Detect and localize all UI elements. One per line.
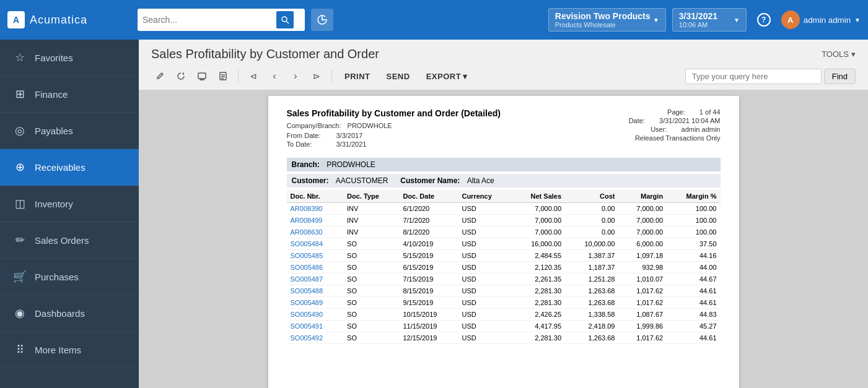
find-button[interactable]: Find (824, 69, 856, 84)
doc-link[interactable]: SO005485 (291, 252, 323, 259)
query-input[interactable] (685, 69, 822, 84)
doc-link[interactable]: SO005489 (291, 299, 323, 306)
print-button[interactable]: PRINT (338, 69, 377, 84)
doc-link[interactable]: SO005490 (291, 311, 323, 318)
user-menu-button[interactable]: A admin admin ▼ (781, 11, 861, 29)
report-user-label: User: (651, 126, 667, 133)
cell-doc-nbr[interactable]: AR008630 (287, 226, 344, 238)
sidebar-item-finance[interactable]: ⊞ Finance (0, 76, 139, 113)
sidebar-item-purchases[interactable]: 🛒 Purchases (0, 259, 139, 295)
page-header: Sales Profitability by Customer and Orde… (139, 40, 868, 65)
cell-doc-date: 8/1/2020 (399, 226, 458, 238)
export-chevron-icon: ▾ (463, 72, 468, 81)
doc-link[interactable]: SO005491 (291, 322, 323, 330)
cell-doc-nbr[interactable]: SO005490 (287, 309, 344, 321)
doc-link[interactable]: AR008499 (291, 217, 323, 224)
cell-net-sales: 2,426.25 (511, 309, 565, 321)
cell-doc-nbr[interactable]: SO005492 (287, 332, 344, 344)
search-button[interactable] (276, 11, 294, 28)
cell-doc-date: 6/15/2019 (399, 262, 458, 274)
cell-doc-nbr[interactable]: SO005486 (287, 262, 344, 274)
svg-rect-4 (198, 73, 206, 79)
col-doc-nbr: Doc. Nbr. (287, 190, 344, 203)
cell-doc-nbr[interactable]: SO005489 (287, 297, 344, 309)
cell-net-sales: 2,281.30 (511, 332, 565, 344)
cell-net-sales: 2,281.30 (511, 285, 565, 297)
cell-margin-pct: 44.83 (667, 309, 720, 321)
sidebar-item-favorites[interactable]: ☆ Favorites (0, 40, 139, 76)
next-page-button[interactable]: › (287, 67, 304, 85)
branch-header: Branch: PRODWHOLE (287, 158, 721, 171)
report-date-value: 3/31/2021 10:04 AM (659, 117, 720, 124)
cell-doc-nbr[interactable]: SO005484 (287, 238, 344, 250)
cell-margin: 1,087.67 (618, 309, 667, 321)
cell-doc-nbr[interactable]: SO005488 (287, 285, 344, 297)
cell-doc-nbr[interactable]: AR008499 (287, 215, 344, 226)
edit-button[interactable] (151, 67, 169, 85)
sidebar-item-more-items[interactable]: ⠿ More Items (0, 332, 139, 368)
doc-link[interactable]: SO005486 (291, 264, 323, 271)
acumatica-logo-icon: A (7, 11, 25, 28)
cell-margin-pct: 45.27 (667, 321, 720, 332)
doc-link[interactable]: SO005484 (291, 240, 323, 248)
cell-doc-date: 4/10/2019 (399, 238, 458, 250)
sidebar-item-payables[interactable]: ◎ Payables (0, 113, 139, 149)
cell-margin: 1,017.62 (618, 332, 667, 344)
report-viewer[interactable]: Sales Profitability by Customer and Orde… (139, 90, 868, 388)
cell-currency: USD (458, 262, 511, 274)
cell-cost: 1,387.37 (565, 250, 618, 262)
send-button[interactable]: SEND (380, 69, 416, 84)
sidebar-item-sales-orders[interactable]: ✏ Sales Orders (0, 222, 139, 259)
doc-link[interactable]: SO005488 (291, 287, 323, 295)
doc-link[interactable]: AR008390 (291, 205, 323, 212)
doc-link[interactable]: AR008630 (291, 228, 323, 236)
table-row: AR008390 INV 6/1/2020 USD 7,000.00 0.00 … (287, 203, 721, 215)
last-page-button[interactable]: ⊳ (308, 67, 325, 85)
date-selector[interactable]: 3/31/2021 10:06 AM ▼ (672, 8, 747, 32)
cell-doc-nbr[interactable]: SO005485 (287, 250, 344, 262)
doc-link[interactable]: SO005492 (291, 334, 323, 342)
search-input[interactable] (142, 15, 273, 25)
col-cost: Cost (565, 190, 618, 203)
screen-button[interactable] (193, 67, 211, 85)
export-button[interactable]: EXPORT ▾ (420, 69, 474, 84)
prev-page-button[interactable]: ‹ (266, 67, 283, 85)
report-page-info: Page: 1 of 44 Date: 3/31/2021 10:04 AM U… (629, 108, 721, 148)
cell-doc-nbr[interactable]: SO005491 (287, 321, 344, 332)
history-button[interactable] (311, 9, 333, 31)
sidebar-item-dashboards[interactable]: ◉ Dashboards (0, 295, 139, 332)
table-row: SO005492 SO 12/15/2019 USD 2,281.30 1,26… (287, 332, 721, 344)
cell-doc-date: 7/1/2020 (399, 215, 458, 226)
first-page-button[interactable]: ⊲ (245, 67, 262, 85)
cell-margin: 1,010.07 (618, 274, 667, 285)
cell-cost: 10,000.00 (565, 238, 618, 250)
toolbar-divider-2 (331, 70, 332, 82)
date-main: 3/31/2021 (679, 11, 717, 21)
sidebar-item-receivables[interactable]: ⊕ Receivables (0, 149, 139, 186)
cell-doc-type: SO (343, 309, 399, 321)
top-bar: A Acumatica Revision Two Products Produc… (0, 0, 868, 40)
cell-doc-nbr[interactable]: AR008390 (287, 203, 344, 215)
table-row: SO005491 SO 11/15/2019 USD 4,417.95 2,41… (287, 321, 721, 332)
refresh-button[interactable] (172, 67, 190, 85)
cell-margin-pct: 44.61 (667, 285, 720, 297)
company-selector[interactable]: Revision Two Products Products Wholesale… (548, 8, 666, 32)
cell-currency: USD (458, 226, 511, 238)
content-area: Sales Profitability by Customer and Orde… (139, 40, 868, 388)
cell-doc-nbr[interactable]: SO005487 (287, 274, 344, 285)
table-row: SO005484 SO 4/10/2019 USD 16,000.00 10,0… (287, 238, 721, 250)
cell-doc-type: SO (343, 238, 399, 250)
cell-cost: 1,263.68 (565, 285, 618, 297)
svg-point-0 (282, 17, 287, 22)
cell-doc-type: SO (343, 321, 399, 332)
cell-doc-date: 6/1/2020 (399, 203, 458, 215)
tools-button[interactable]: TOOLS ▾ (822, 50, 856, 59)
cell-doc-date: 5/15/2019 (399, 250, 458, 262)
audit-button[interactable] (214, 67, 232, 85)
doc-link[interactable]: SO005487 (291, 275, 323, 283)
help-button[interactable]: ? (753, 9, 775, 31)
cell-cost: 1,263.68 (565, 332, 618, 344)
cell-margin-pct: 44.61 (667, 297, 720, 309)
from-date-value: 3/3/2017 (336, 132, 363, 139)
sidebar-item-inventory[interactable]: ◫ Inventory (0, 186, 139, 222)
